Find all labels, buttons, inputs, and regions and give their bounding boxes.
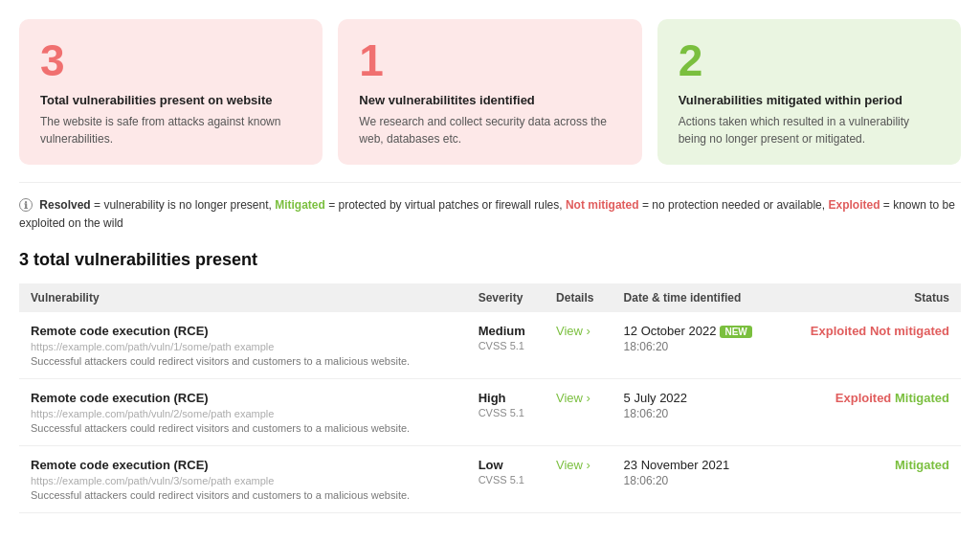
date-main-0: 12 October 2022NEW: [624, 324, 769, 338]
status-exploited-1: Exploited: [835, 391, 892, 405]
mitigation-status-1: Mitigated: [895, 391, 949, 405]
vuln-desc-1: Successful attackers could redirect visi…: [31, 422, 456, 434]
exploited-label: Exploited: [828, 198, 880, 212]
table-row: Remote code execution (RCE) https://exam…: [19, 378, 961, 445]
vuln-desc-2: Successful attackers could redirect visi…: [31, 489, 456, 501]
mitigation-status-2: Mitigated: [895, 458, 949, 472]
col-details: Details: [545, 283, 612, 312]
cvss-label-2: CVSS 5.1: [479, 474, 533, 486]
not-mitigated-label: Not mitigated: [566, 198, 639, 212]
vuln-url-1: https://example.com/path/vuln/2/some/pat…: [31, 408, 433, 419]
date-time-1: 18:06:20: [624, 407, 769, 420]
card-desc-0: The website is safe from attacks against…: [40, 113, 301, 147]
vuln-url-2: https://example.com/path/vuln/3/some/pat…: [31, 475, 433, 486]
resolved-label: Resolved: [39, 198, 90, 212]
cvss-label-0: CVSS 5.1: [479, 340, 533, 351]
details-cell-0[interactable]: View ›: [545, 312, 612, 379]
date-cell-2: 23 November 2021 18:06:20: [612, 445, 781, 512]
cvss-label-1: CVSS 5.1: [479, 407, 533, 418]
info-bar: ℹ Resolved = vulnerability is no longer …: [19, 182, 961, 233]
vuln-desc-0: Successful attackers could redirect visi…: [31, 355, 456, 367]
status-exploited-0: Exploited: [811, 324, 867, 338]
not-mitigated-suffix: = no protection needed or available,: [642, 198, 828, 212]
summary-card-2: 2 Vulnerabilities mitigated within perio…: [657, 19, 961, 165]
col-vulnerability: Vulnerability: [19, 283, 467, 312]
date-main-2: 23 November 2021: [624, 458, 769, 472]
severity-label-1: High: [479, 391, 533, 405]
date-cell-1: 5 July 2022 18:06:20: [612, 378, 781, 445]
table-row: Remote code execution (RCE) https://exam…: [19, 445, 961, 512]
card-number-0: 3: [40, 36, 301, 85]
mitigated-label: Mitigated: [275, 198, 325, 212]
severity-label-0: Medium: [479, 324, 533, 338]
date-main-1: 5 July 2022: [624, 391, 769, 405]
summary-card-0: 3 Total vulnerabilities present on websi…: [19, 19, 323, 165]
mitigated-suffix: = protected by virtual patches or firewa…: [328, 198, 566, 212]
card-desc-1: We research and collect security data ac…: [359, 113, 620, 147]
col-date: Date & time identified: [612, 283, 781, 312]
severity-label-2: Low: [479, 458, 533, 472]
date-time-0: 18:06:20: [624, 340, 769, 353]
date-cell-0: 12 October 2022NEW 18:06:20: [612, 312, 781, 379]
info-icon: ℹ: [19, 198, 33, 212]
card-title-1: New vulnerabilitites identified: [359, 93, 620, 107]
date-time-2: 18:06:20: [624, 474, 769, 487]
status-cell-0: Exploited Not mitigated: [781, 312, 961, 379]
vuln-url-0: https://example.com/path/vuln/1/some/pat…: [31, 341, 433, 352]
severity-cell-0: Medium CVSS 5.1: [467, 312, 545, 379]
view-link-0[interactable]: View ›: [556, 324, 590, 338]
view-link-2[interactable]: View ›: [556, 458, 590, 472]
vuln-name-0: Remote code execution (RCE): [31, 324, 456, 338]
col-status: Status: [781, 283, 961, 312]
view-link-1[interactable]: View ›: [556, 391, 590, 405]
mitigation-status-0: Not mitigated: [870, 324, 949, 338]
resolved-suffix: = vulnerability is no longer present,: [94, 198, 275, 212]
severity-cell-2: Low CVSS 5.1: [467, 445, 545, 512]
status-cell-2: Mitigated: [781, 445, 961, 512]
details-cell-2[interactable]: View ›: [545, 445, 612, 512]
vuln-name-1: Remote code execution (RCE): [31, 391, 456, 405]
table-header-row: Vulnerability Severity Details Date & ti…: [19, 283, 961, 312]
status-cell-1: Exploited Mitigated: [781, 378, 961, 445]
new-badge: NEW: [720, 326, 751, 338]
section-title: 3 total vulnerabilities present: [19, 250, 961, 270]
card-desc-2: Actions taken which resulted in a vulner…: [679, 113, 940, 147]
table-row: Remote code execution (RCE) https://exam…: [19, 312, 961, 379]
summary-card-1: 1 New vulnerabilitites identified We res…: [338, 19, 641, 165]
card-number-2: 2: [679, 36, 940, 85]
vulnerability-table: Vulnerability Severity Details Date & ti…: [19, 283, 961, 513]
severity-cell-1: High CVSS 5.1: [467, 378, 545, 445]
vuln-info-cell-0: Remote code execution (RCE) https://exam…: [19, 312, 467, 379]
vuln-name-2: Remote code execution (RCE): [31, 458, 456, 472]
col-severity: Severity: [467, 283, 545, 312]
card-title-2: Vulnerabilities mitigated within period: [679, 93, 940, 107]
card-number-1: 1: [359, 36, 620, 85]
vuln-info-cell-1: Remote code execution (RCE) https://exam…: [19, 378, 467, 445]
card-title-0: Total vulnerabilities present on website: [40, 93, 301, 107]
details-cell-1[interactable]: View ›: [545, 378, 612, 445]
top-cards: 3 Total vulnerabilities present on websi…: [19, 19, 961, 165]
vuln-info-cell-2: Remote code execution (RCE) https://exam…: [19, 445, 467, 512]
